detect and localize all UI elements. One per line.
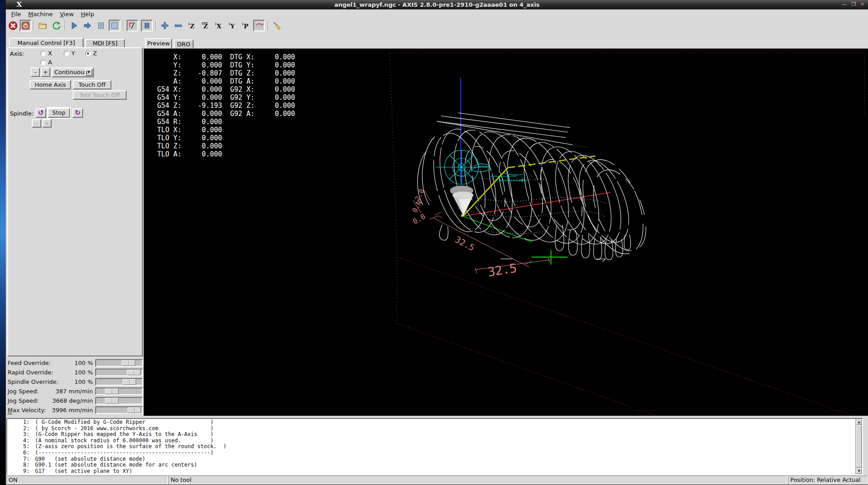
feed-override-label: Feed Override: — [8, 360, 51, 366]
radio-axis-x[interactable]: X — [40, 50, 52, 57]
gcode-line: 6:(-------------------------------------… — [7, 449, 862, 456]
spindle-slower-button: - — [32, 119, 41, 128]
status-bar: ON No tool Position: Relative Actual — [6, 476, 868, 485]
tab-preview[interactable]: Preview — [145, 38, 172, 49]
broom-icon — [272, 21, 282, 31]
menu-bar: File Machine View Help — [6, 9, 868, 19]
view-top-button[interactable]: Z — [186, 20, 198, 31]
svg-text:Z: Z — [203, 22, 208, 30]
spindle-stop-button[interactable]: Stop — [48, 108, 70, 118]
slider-handle[interactable] — [128, 407, 141, 413]
chevron-down-icon: ▼ — [85, 69, 93, 76]
stop-button[interactable] — [109, 20, 120, 31]
rotate-view-icon — [254, 21, 264, 31]
jog-mode-dropdown[interactable]: Continuous ▼ — [52, 67, 94, 77]
feed-override-row: Feed Override: 100 % — [6, 358, 144, 368]
estop-button[interactable] — [7, 20, 19, 31]
scroll-up-icon[interactable]: ▲ — [856, 419, 862, 425]
home-axis-button[interactable]: Home Axis — [30, 80, 71, 89]
max-velocity-slider[interactable] — [95, 406, 143, 414]
zoom-in-button[interactable] — [159, 20, 171, 31]
spindle-override-row: Spindle Override: 100 % — [6, 377, 144, 387]
optional-pause-toggle[interactable] — [141, 20, 153, 31]
run-program-button[interactable] — [68, 20, 80, 31]
svg-text:X: X — [217, 22, 222, 30]
slider-handle[interactable] — [122, 360, 135, 366]
rapid-override-value: 100 % — [75, 369, 93, 376]
reload-file-button[interactable] — [50, 20, 62, 31]
skip-lines-toggle[interactable] — [127, 20, 138, 31]
slider-handle[interactable] — [105, 388, 119, 394]
rapid-override-slider[interactable] — [95, 369, 143, 376]
view-rotated-top-button[interactable]: Z — [199, 20, 211, 31]
view-z-rotated-icon: Z — [200, 21, 210, 31]
gcode-line: 5:(Z-axis zero position is the surface o… — [7, 443, 862, 449]
zoom-out-button[interactable] — [172, 20, 184, 31]
close-icon[interactable]: ✕ — [860, 1, 864, 7]
feed-override-slider[interactable] — [95, 359, 143, 367]
spindle-ccw-button[interactable]: ↺ — [35, 108, 46, 118]
estop-icon — [8, 21, 18, 31]
feed-override-value: 100 % — [75, 360, 93, 366]
title-bar[interactable]: X angel1_wrapyf.ngc - AXIS 2.8.0-pre1-29… — [6, 0, 868, 9]
jog-speed-label: Jog Speed: — [8, 388, 39, 395]
jog-plus-button[interactable]: + — [41, 67, 50, 77]
slider-handle[interactable] — [105, 398, 119, 404]
spindle-label: Spindle: — [10, 110, 34, 117]
tab-mdi[interactable]: MDI [F5] — [85, 39, 125, 48]
menu-file[interactable]: File — [8, 10, 25, 18]
pause-button[interactable] — [95, 20, 107, 31]
axis-window: X angel1_wrapyf.ngc - AXIS 2.8.0-pre1-29… — [6, 0, 868, 485]
menu-machine[interactable]: Machine — [25, 10, 56, 18]
scrollbar-thumb[interactable] — [856, 425, 862, 467]
toolbar-separator — [123, 20, 124, 30]
gcode-listbox[interactable]: 1:( G-Code Modified by G-Code Ripper ) 2… — [6, 418, 863, 475]
spindle-cw-button[interactable]: ↻ — [72, 108, 83, 118]
view-front-button[interactable]: Y — [226, 20, 238, 31]
maximize-icon[interactable]: ❐ — [851, 1, 856, 7]
touch-off-button[interactable]: Touch Off — [73, 80, 111, 89]
tab-dro[interactable]: DRO — [174, 40, 194, 49]
slider-handle[interactable] — [127, 369, 141, 375]
view-side-button[interactable]: X — [213, 20, 225, 31]
open-file-button[interactable] — [37, 20, 48, 31]
dim-y-label: 0.0 — [411, 212, 427, 226]
radio-axis-a[interactable]: A — [40, 59, 52, 66]
clear-plot-button[interactable] — [271, 20, 283, 31]
machine-power-button[interactable] — [20, 20, 31, 31]
menu-view[interactable]: View — [56, 10, 77, 18]
svg-text:Y: Y — [230, 22, 235, 30]
dim-z-top-label: 2.0 — [413, 187, 426, 202]
max-velocity-value: 3996 mm/min — [52, 407, 93, 414]
optional-pause-icon — [142, 21, 152, 31]
radio-circle — [40, 51, 46, 56]
jog-speed-deg-slider[interactable] — [95, 397, 143, 405]
gcode-line: 4:(A nominal stock radius of 6.000000 wa… — [7, 437, 862, 444]
view-z-icon: Z — [187, 21, 197, 31]
sash-grip[interactable] — [7, 410, 13, 415]
jog-speed-deg-value: 3668 deg/min — [52, 397, 93, 404]
minimize-icon[interactable]: — — [842, 1, 847, 7]
radio-axis-z[interactable]: Z — [85, 50, 97, 57]
rapid-override-row: Rapid Override: 100 % — [6, 368, 144, 377]
slider-handle[interactable] — [123, 379, 136, 385]
jog-speed-slider[interactable] — [95, 387, 143, 395]
tab-manual-control[interactable]: Manual Control [F3] — [9, 38, 84, 48]
gcode-scrollbar[interactable]: ▲ ▼ — [855, 419, 862, 474]
gcode-line: 8:G90.1 (set absolute distance mode for … — [7, 462, 862, 468]
view-y-icon: Y — [227, 21, 237, 31]
executed-path — [463, 156, 595, 216]
menu-help[interactable]: Help — [77, 10, 98, 18]
scroll-down-icon[interactable]: ▼ — [856, 468, 862, 474]
jog-speed-deg-label: Jog Speed: — [8, 397, 39, 404]
tool-touch-off-button: Tool Touch Off — [73, 90, 127, 100]
preview-canvas[interactable]: 32.5 32.5 0.0 2.0 0.N X: 0.000 DTG X: 0.… — [144, 49, 868, 416]
jog-minus-button[interactable]: - — [31, 67, 40, 77]
spindle-override-slider[interactable] — [95, 378, 143, 386]
run-step-button[interactable] — [82, 20, 93, 31]
view-perspective-button[interactable]: P — [240, 20, 251, 31]
reload-icon — [51, 21, 61, 31]
radio-axis-y[interactable]: Y — [64, 50, 75, 57]
rotate-view-toggle[interactable] — [253, 20, 265, 31]
window-title: angel1_wrapyf.ngc - AXIS 2.8.0-pre1-2910… — [6, 1, 868, 8]
